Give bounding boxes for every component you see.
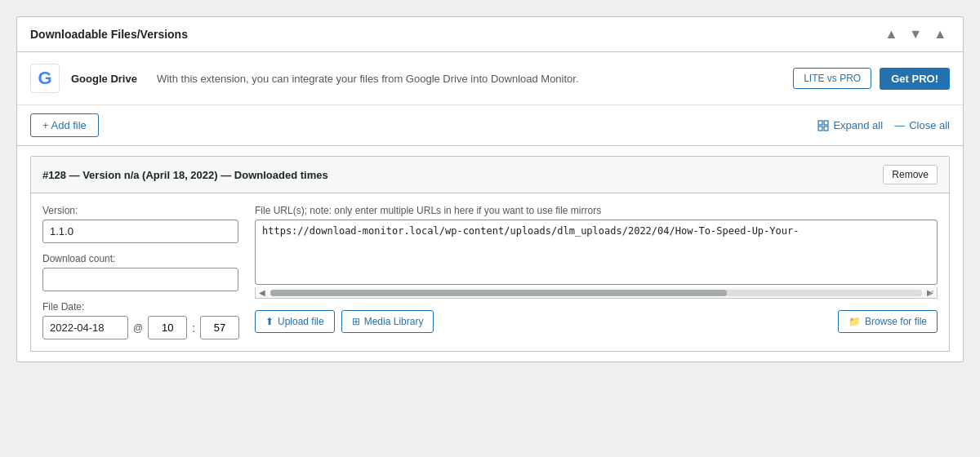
panel-header: Downloadable Files/Versions ▲ ▼ ▲ <box>17 17 963 52</box>
toolbar-right: Expand all — Close all <box>817 119 950 131</box>
file-buttons-left: ⬆ Upload file ⊞ Media Library <box>255 310 434 333</box>
form-right: File URL(s); note: only enter multiple U… <box>255 205 938 339</box>
at-label: @ <box>133 322 143 334</box>
colon-separator: : <box>192 322 195 335</box>
get-pro-button[interactable]: Get PRO! <box>880 68 950 90</box>
scrollbar-thumb <box>270 290 727 296</box>
upload-icon: ⬆ <box>265 316 274 327</box>
panel-header-controls: ▲ ▼ ▲ <box>881 25 950 43</box>
gdrive-actions: LITE vs PRO Get PRO! <box>793 68 950 90</box>
form-left: Version: Download count: File Date: @ : <box>42 205 238 339</box>
upload-file-label: Upload file <box>278 316 324 327</box>
gdrive-name: Google Drive <box>71 73 137 85</box>
gdrive-banner: G Google Drive With this extension, you … <box>17 52 963 105</box>
version-form: Version: Download count: File Date: @ : <box>31 193 949 351</box>
expand-icon <box>817 120 829 131</box>
download-count-field: Download count: <box>42 253 238 291</box>
date-row: @ : <box>42 316 238 339</box>
version-input[interactable] <box>42 220 238 243</box>
expand-all-label: Expand all <box>833 119 883 131</box>
close-all-button[interactable]: — Close all <box>894 119 950 131</box>
browse-for-file-label: Browse for file <box>865 316 927 327</box>
media-library-button[interactable]: ⊞ Media Library <box>341 310 434 333</box>
close-all-dash: — <box>894 119 905 131</box>
file-date-field: File Date: @ : <box>42 301 238 339</box>
close-all-label: Close all <box>909 119 950 131</box>
url-textarea-wrapper: https://download-monitor.local/wp-conten… <box>255 220 938 287</box>
collapse-up-button[interactable]: ▲ <box>881 25 901 43</box>
download-count-label: Download count: <box>42 253 238 264</box>
version-label: Version: <box>42 205 238 216</box>
file-buttons: ⬆ Upload file ⊞ Media Library 📁 Browse f… <box>255 310 938 333</box>
svg-rect-1 <box>824 121 828 125</box>
download-count-input[interactable] <box>42 268 238 291</box>
file-url-field: File URL(s); note: only enter multiple U… <box>255 205 938 299</box>
expand-arrow-button[interactable]: ▲ <box>930 25 950 43</box>
browse-for-file-button[interactable]: 📁 Browse for file <box>838 310 938 333</box>
scroll-left-arrow[interactable]: ◀ <box>256 288 269 297</box>
gdrive-description: With this extension, you can integrate y… <box>157 73 579 85</box>
lite-vs-pro-button[interactable]: LITE vs PRO <box>793 68 871 89</box>
media-icon: ⊞ <box>352 316 360 327</box>
version-field: Version: <box>42 205 238 243</box>
expand-all-button[interactable]: Expand all <box>817 119 883 131</box>
browse-icon: 📁 <box>849 316 861 327</box>
version-block: #128 — Version n/a (April 18, 2022) — Do… <box>30 156 950 352</box>
add-file-button[interactable]: + Add file <box>30 113 99 137</box>
minute-input[interactable] <box>200 316 239 339</box>
remove-button[interactable]: Remove <box>883 165 938 184</box>
upload-file-button[interactable]: ⬆ Upload file <box>255 310 335 333</box>
scrollbar-track <box>270 290 922 296</box>
main-panel: Downloadable Files/Versions ▲ ▼ ▲ G Goog… <box>16 16 964 362</box>
version-title: #128 — Version n/a (April 18, 2022) — Do… <box>42 169 328 181</box>
svg-rect-2 <box>818 126 822 131</box>
gdrive-logo: G <box>30 64 60 93</box>
expand-down-button[interactable]: ▼ <box>906 25 925 43</box>
gdrive-logo-letter: G <box>38 68 51 89</box>
panel-title: Downloadable Files/Versions <box>30 28 188 41</box>
file-url-label: File URL(s); note: only enter multiple U… <box>255 205 938 216</box>
svg-rect-0 <box>818 121 822 125</box>
file-date-label: File Date: <box>42 301 238 313</box>
media-library-label: Media Library <box>364 316 424 327</box>
scrollbar-area: ◀ ▶ ⤢ <box>255 287 938 299</box>
resize-handle[interactable]: ⤢ <box>925 287 937 298</box>
file-url-textarea[interactable]: https://download-monitor.local/wp-conten… <box>255 220 938 285</box>
svg-rect-3 <box>824 126 828 131</box>
hour-input[interactable] <box>148 316 187 339</box>
version-header: #128 — Version n/a (April 18, 2022) — Do… <box>31 157 949 193</box>
toolbar: + Add file Expand all — Close all <box>17 105 963 146</box>
date-input[interactable] <box>42 316 128 339</box>
